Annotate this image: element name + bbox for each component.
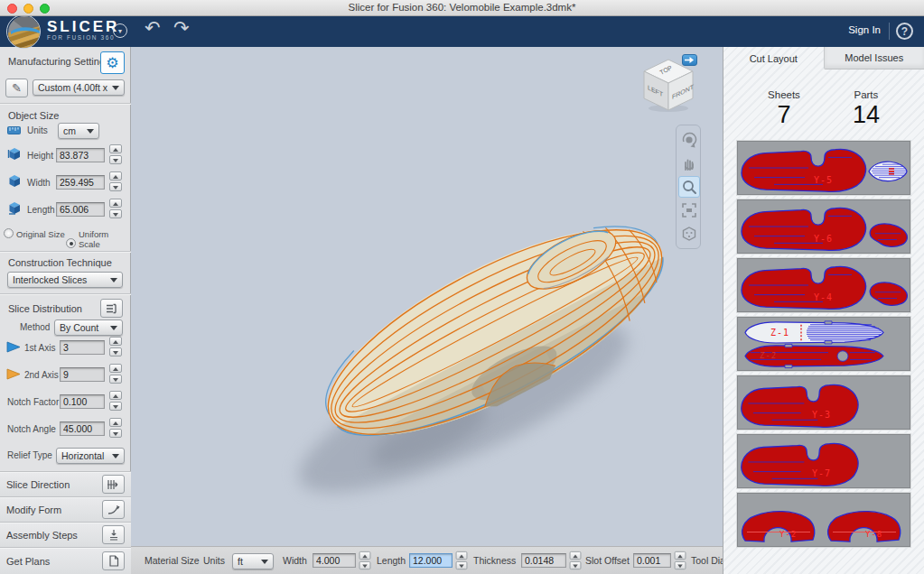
notch-angle-stepper[interactable] [109, 418, 122, 438]
material-width-stepper[interactable] [359, 551, 371, 569]
get-plans-section[interactable]: Get Plans [0, 547, 131, 574]
notch-angle-input[interactable] [60, 421, 105, 436]
method-value: By Count [60, 322, 98, 333]
height-stepper[interactable] [109, 144, 122, 164]
method-select[interactable]: By Count [54, 319, 123, 336]
uniform-scale-label: Uniform Scale [79, 229, 130, 249]
slice-direction-button[interactable] [102, 475, 125, 494]
material-thickness-input[interactable] [521, 553, 566, 568]
material-length-input[interactable] [409, 553, 453, 568]
sheet-thumbnail[interactable]: Y-3 [737, 375, 910, 430]
original-size-label: Original Size [16, 229, 65, 239]
width-input[interactable] [56, 175, 105, 190]
first-axis-input[interactable] [60, 340, 105, 355]
material-length-label: Length [377, 555, 406, 566]
pan-button[interactable] [678, 153, 700, 174]
tab-model-issues[interactable]: Model Issues [824, 47, 924, 69]
slot-offset-label: Slot Offset [585, 555, 630, 566]
original-size-radio[interactable] [4, 228, 14, 238]
model-canvas[interactable] [131, 47, 723, 546]
chevron-down-icon [261, 560, 268, 564]
notch-angle-label: Notch Angle [7, 424, 56, 434]
material-width-input[interactable] [313, 553, 356, 568]
second-axis-input[interactable] [60, 367, 105, 382]
brand-wordmark: SLICER FOR FUSION 360 [47, 19, 119, 41]
notch-factor-input[interactable] [60, 394, 105, 409]
material-size-bar: Material Size Units ft Width Length Thic… [131, 546, 723, 574]
material-length-stepper[interactable] [456, 551, 468, 569]
material-preset-select[interactable]: Custom (4.00ft x 12.... [33, 79, 125, 96]
units-select[interactable]: cm [58, 123, 99, 139]
get-plans-button[interactable] [102, 551, 125, 570]
tab-cut-layout[interactable]: Cut Layout [723, 47, 824, 69]
undo-icon[interactable]: ↶ [145, 17, 161, 39]
pan-hand-icon [681, 155, 697, 171]
help-icon[interactable]: ? [896, 23, 913, 40]
length-input[interactable] [56, 202, 105, 217]
sheet-thumbnail[interactable]: Z-1Z-2 [737, 317, 910, 371]
modify-form-section[interactable]: Modify Form [0, 496, 131, 522]
slice-distribution-title: Slice Distribution [8, 303, 82, 314]
material-units-label: Units [203, 555, 225, 566]
display-settings-button[interactable] [678, 223, 700, 245]
material-size-title: Material Size [145, 555, 200, 566]
layout-counts: Sheets 7 Parts 14 [723, 89, 924, 129]
relief-type-value: Horizontal [61, 450, 104, 461]
material-units-select[interactable]: ft [232, 553, 274, 569]
material-thickness-stepper[interactable] [570, 551, 582, 569]
chevron-down-icon [87, 129, 94, 134]
slot-offset-input[interactable] [633, 553, 671, 568]
assembly-steps-title: Assembly Steps [6, 530, 78, 541]
redo-icon[interactable]: ↷ [173, 17, 190, 39]
notch-factor-label: Notch Factor [7, 397, 59, 407]
width-stepper[interactable] [109, 171, 122, 191]
document-icon [108, 555, 119, 567]
slice-distribution-options-button[interactable] [100, 299, 123, 318]
relief-type-select[interactable]: Horizontal [56, 448, 125, 464]
second-axis-stepper[interactable] [109, 364, 122, 384]
get-plans-title: Get Plans [6, 556, 50, 567]
fit-view-button[interactable] [678, 199, 700, 221]
assembly-steps-section[interactable]: Assembly Steps [0, 522, 131, 547]
sign-in-button[interactable]: Sign In [848, 24, 881, 35]
length-stepper[interactable] [109, 199, 122, 218]
part-label: Y-8 [865, 530, 882, 539]
model-viewport[interactable]: TOP LEFT FRONT [131, 47, 723, 546]
edit-preset-button[interactable]: ✎ [5, 79, 28, 97]
sheet-thumbnail[interactable]: Y-4 [737, 258, 910, 312]
sheet-thumbnail[interactable]: Y-5 [737, 141, 910, 195]
orbit-icon [681, 132, 697, 148]
sheet-thumbnail[interactable]: Y-6 [737, 199, 910, 254]
sheets-count: 7 [768, 101, 800, 129]
viewport-toolbar [676, 125, 701, 249]
slot-offset-stepper[interactable] [675, 551, 686, 569]
units-ruler-icon [7, 125, 21, 135]
sheet-thumbnail[interactable]: Y-7 [737, 434, 910, 488]
cut-layout-panel: Cut Layout Model Issues Sheets 7 Parts 1… [723, 47, 924, 574]
height-label: Height [27, 151, 53, 161]
first-axis-stepper[interactable] [109, 337, 122, 356]
construction-technique-select[interactable]: Interlocked Slices [7, 272, 123, 288]
manufacturing-settings-gear-button[interactable]: ⚙ [100, 51, 125, 74]
notch-factor-stepper[interactable] [109, 391, 122, 411]
material-units-value: ft [238, 556, 243, 567]
slice-direction-section[interactable]: Slice Direction [0, 471, 131, 496]
orbit-button[interactable] [678, 129, 700, 151]
display-settings-icon [681, 226, 697, 242]
uniform-scale-radio[interactable] [66, 238, 76, 248]
pencil-icon: ✎ [12, 81, 22, 95]
slicer-logo-icon[interactable] [6, 14, 41, 49]
chevron-down-icon [112, 454, 119, 458]
assembly-steps-button[interactable] [102, 525, 125, 544]
modify-form-button[interactable] [102, 500, 125, 519]
height-input[interactable] [56, 148, 105, 162]
sheet-thumbnail[interactable]: Y-2Y-8 [737, 493, 910, 547]
zoom-button[interactable] [678, 176, 700, 198]
relief-type-label: Relief Type [7, 450, 52, 460]
slice-direction-title: Slice Direction [6, 479, 70, 490]
assembly-steps-icon [108, 529, 119, 541]
material-thickness-label: Thickness [473, 555, 516, 566]
part-label: Z-1 [770, 328, 789, 338]
view-cube[interactable]: TOP LEFT FRONT [639, 56, 697, 114]
file-menu-dropdown[interactable]: ▼ [113, 23, 127, 38]
